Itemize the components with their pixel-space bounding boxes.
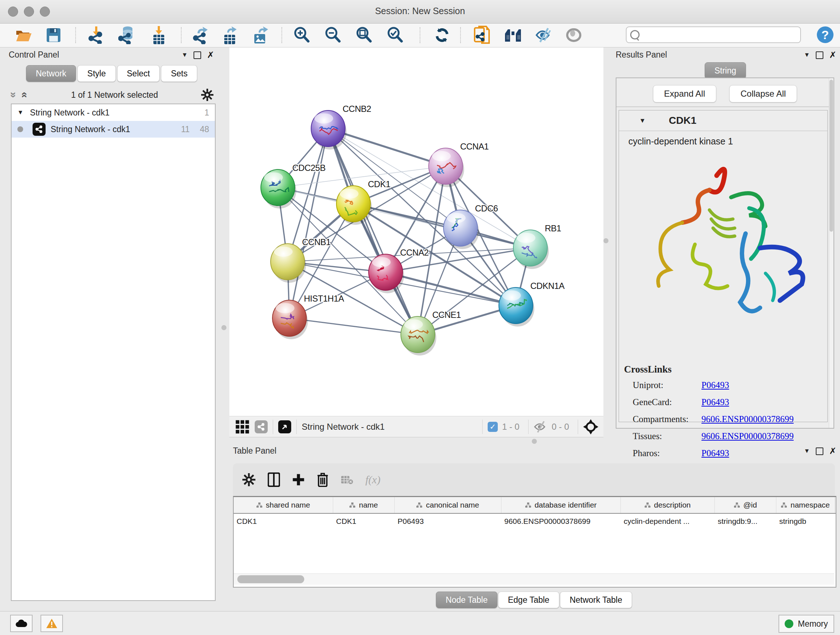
table-cell[interactable]: stringdb	[776, 517, 835, 526]
results-scrollbar[interactable]	[829, 78, 834, 428]
tab-sets[interactable]: Sets	[161, 65, 197, 82]
table-options-gear-icon[interactable]	[242, 473, 256, 486]
node-CCNA1[interactable]: CCNA1	[429, 141, 489, 187]
close-results-icon[interactable]: ✗	[829, 50, 836, 60]
edge-HIST1H1A-CCNE1[interactable]	[289, 318, 418, 334]
column-header-shared-name[interactable]: shared name	[234, 497, 333, 513]
grid-view-icon[interactable]	[235, 420, 249, 434]
edge-CCNB2-HIST1H1A[interactable]	[289, 128, 328, 318]
column-header-@id[interactable]: @id	[715, 497, 776, 513]
table-cell[interactable]: CDK1	[333, 517, 395, 526]
column-header-description[interactable]: description	[621, 497, 715, 513]
open-session-button[interactable]	[14, 26, 33, 44]
table-cell[interactable]: stringdb:9...	[715, 517, 776, 526]
export-table-button[interactable]	[221, 26, 240, 44]
edge-CDK1-RB1[interactable]	[354, 204, 531, 248]
close-panel-icon[interactable]: ✗	[207, 50, 214, 60]
table-cell[interactable]: 9606.ENSP00000378699	[501, 517, 621, 526]
cloud-status-button[interactable]	[10, 615, 33, 632]
tab-node-table[interactable]: Node Table	[436, 592, 497, 608]
network-canvas[interactable]: CCNB2CCNA1CDC25BCDK1CDC6RB1CCNB1CCNA2CDK…	[229, 48, 603, 416]
toolbar-search[interactable]	[626, 27, 801, 43]
node-CDKN1A[interactable]: CDKN1A	[499, 281, 565, 326]
gene-section-header[interactable]: ▼ CDK1	[619, 111, 827, 131]
network-options-gear-icon[interactable]	[201, 89, 213, 101]
node-RB1[interactable]: RB1	[513, 223, 561, 269]
tab-network[interactable]: Network	[26, 65, 76, 82]
import-table-file-button[interactable]	[149, 26, 168, 44]
collapse-all-networks-icon[interactable]: »	[8, 92, 20, 98]
show-columns-icon[interactable]	[268, 472, 280, 487]
refresh-view-button[interactable]	[433, 26, 452, 44]
column-header-name[interactable]: name	[333, 497, 395, 513]
crosslink-link[interactable]: P06493	[701, 380, 729, 390]
help-button[interactable]: ?	[817, 27, 834, 43]
selected-checkbox-icon[interactable]: ✓	[488, 422, 498, 432]
expand-all-networks-icon[interactable]: «	[19, 92, 31, 98]
results-scrollbar-thumb[interactable]	[829, 80, 833, 232]
fit-content-crosshair-icon[interactable]	[583, 419, 598, 434]
tab-string[interactable]: String	[705, 62, 746, 79]
bottom-splitter-handle[interactable]	[532, 439, 537, 444]
edge-CCNB2-CCNE1[interactable]	[328, 128, 418, 334]
node-CCNB2[interactable]: CCNB2	[311, 104, 371, 149]
show-all-button[interactable]	[564, 26, 583, 44]
crosslink-link[interactable]: 9606.ENSP00000378699	[701, 431, 794, 441]
zoom-selected-button[interactable]	[386, 26, 404, 44]
export-image-button[interactable]	[251, 26, 270, 44]
table-row[interactable]: CDK1CDK1P064939606.ENSP00000378699cyclin…	[234, 514, 836, 529]
tab-style[interactable]: Style	[77, 65, 115, 82]
gene-caret-icon[interactable]: ▼	[639, 117, 646, 125]
zoom-out-button[interactable]	[324, 26, 342, 44]
column-header-canonical-name[interactable]: canonical name	[395, 497, 501, 513]
tab-select[interactable]: Select	[117, 65, 160, 82]
network-graph[interactable]: CCNB2CCNA1CDC25BCDK1CDC6RB1CCNB1CCNA2CDK…	[229, 48, 603, 416]
node-CDC6[interactable]: CDC6	[444, 203, 498, 249]
import-network-file-button[interactable]	[87, 26, 106, 44]
right-splitter-handle[interactable]	[603, 238, 608, 243]
tab-edge-table[interactable]: Edge Table	[498, 592, 559, 608]
float-results-icon[interactable]: ▼	[804, 51, 810, 59]
hide-selected-button[interactable]	[535, 26, 554, 44]
network-collection-row[interactable]: ▼ String Network - cdk1 1	[11, 104, 215, 121]
import-network-database-button[interactable]	[118, 26, 136, 44]
maximize-results-icon[interactable]	[816, 51, 823, 59]
table-horizontal-scrollbar[interactable]	[234, 573, 834, 585]
column-header-namespace[interactable]: namespace	[776, 497, 835, 513]
node-CDC25B[interactable]: CDC25B	[261, 163, 325, 209]
crosslink-link[interactable]: P06493	[701, 397, 729, 407]
float-table-icon[interactable]: ▼	[804, 448, 810, 455]
node-CDK1[interactable]: CDK1	[336, 179, 390, 225]
network-row[interactable]: String Network - cdk1 11 48	[11, 121, 215, 138]
maximize-panel-icon[interactable]	[194, 51, 201, 59]
node-HIST1H1A[interactable]: HIST1H1A	[272, 294, 344, 339]
crosslink-link[interactable]: 9606.ENSP00000378699	[701, 414, 794, 424]
maximize-table-icon[interactable]	[816, 448, 823, 455]
expand-all-button[interactable]: Expand All	[653, 85, 716, 103]
table-cell[interactable]: CDK1	[234, 517, 333, 526]
export-network-button[interactable]	[192, 26, 210, 44]
create-column-plus-icon[interactable]	[292, 473, 305, 486]
birdseye-toggle-icon[interactable]	[278, 420, 291, 433]
delete-column-trash-icon[interactable]	[317, 472, 328, 487]
left-splitter-handle[interactable]	[221, 325, 226, 330]
clone-network-button[interactable]	[472, 26, 491, 44]
memory-button[interactable]: Memory	[778, 615, 834, 633]
zoom-fit-button[interactable]	[355, 26, 373, 44]
close-table-icon[interactable]: ✗	[829, 446, 836, 456]
table-scrollbar-thumb[interactable]	[237, 575, 304, 583]
warnings-button[interactable]	[41, 615, 63, 632]
collapse-all-button[interactable]: Collapse All	[729, 85, 797, 103]
zoom-in-button[interactable]	[292, 26, 311, 44]
network-view-type-icon[interactable]	[255, 420, 268, 433]
table-cell[interactable]: P06493	[395, 517, 501, 526]
save-session-button[interactable]	[44, 26, 63, 44]
control-panel: Control Panel ▼ ✗ Network Style Select S…	[4, 50, 216, 604]
birdseye-overview-button[interactable]	[504, 26, 523, 44]
search-input[interactable]	[639, 30, 793, 40]
column-header-database-identifier[interactable]: database identifier	[501, 497, 621, 513]
collection-caret-icon[interactable]: ▼	[17, 109, 24, 116]
tab-network-table[interactable]: Network Table	[560, 592, 632, 608]
float-panel-icon[interactable]: ▼	[182, 51, 188, 59]
table-cell[interactable]: cyclin-dependent ...	[621, 517, 715, 526]
